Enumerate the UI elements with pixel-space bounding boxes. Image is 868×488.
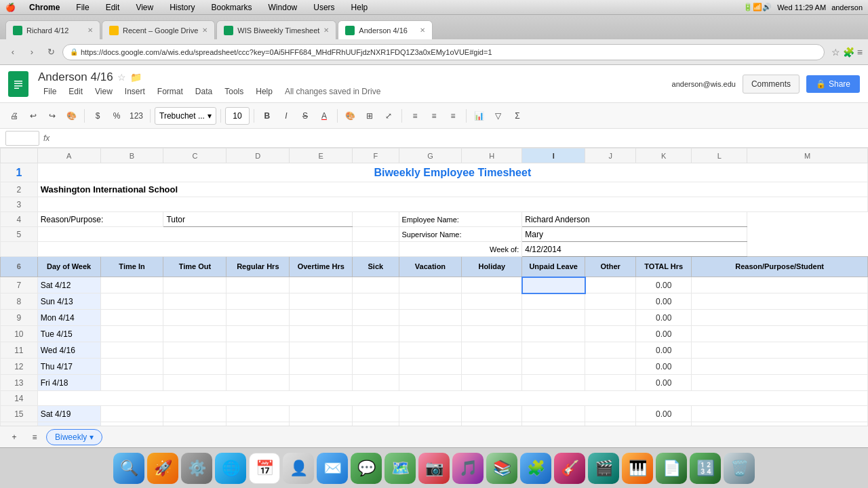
day-fri-418[interactable]: Fri 4/18 (37, 375, 100, 391)
col-header-B[interactable]: B (100, 148, 163, 163)
col-header-G[interactable]: G (399, 148, 462, 163)
dock-contacts[interactable]: 👤 (283, 453, 314, 484)
reason-15[interactable] (692, 406, 868, 422)
tab-drive[interactable]: Recent – Google Drive ✕ (102, 20, 215, 39)
dock-calendar[interactable]: 📅 (249, 453, 280, 484)
align-left-button[interactable]: ≡ (406, 107, 424, 125)
cell-C9[interactable] (163, 310, 226, 326)
cell-I8[interactable] (522, 293, 585, 310)
redo-button[interactable]: ↪ (43, 107, 61, 125)
align-justify-button[interactable]: ≡ (444, 107, 462, 125)
dock-safari[interactable]: 🌐 (215, 453, 246, 484)
italic-button[interactable]: I (277, 107, 295, 125)
cell-J15[interactable] (585, 406, 636, 422)
day-tue-415[interactable]: Tue 4/15 (37, 326, 100, 342)
col-header-C[interactable]: C (163, 148, 226, 163)
url-bar[interactable]: 🔒 https://docs.google.com/a/wis.edu/spre… (62, 44, 825, 60)
menu-insert-sheets[interactable]: Insert (119, 85, 151, 98)
cell-B11[interactable] (100, 342, 163, 359)
cell-E9[interactable] (290, 310, 353, 326)
col-header-I[interactable]: I (522, 148, 585, 163)
cell-C7[interactable] (163, 277, 226, 293)
total-12[interactable]: 0.00 (636, 359, 692, 375)
cell-H10[interactable] (462, 326, 522, 342)
week-value[interactable]: 4/12/2014 (522, 242, 747, 257)
cell-B7[interactable] (100, 277, 163, 293)
menu-data-sheets[interactable]: Data (190, 85, 218, 98)
menu-view-sheets[interactable]: View (90, 85, 118, 98)
back-button[interactable]: ‹ (5, 45, 20, 60)
cell-E13[interactable] (290, 375, 353, 391)
menu-window[interactable]: Window (266, 3, 300, 12)
reason-13[interactable] (692, 375, 868, 391)
menu-tools-sheets[interactable]: Tools (219, 85, 249, 98)
star-icon[interactable]: ☆ (831, 47, 840, 58)
dock-maps[interactable]: 🗺️ (384, 453, 416, 484)
cell-G11[interactable] (399, 342, 462, 359)
col-header-F[interactable]: F (353, 148, 399, 163)
cell-D8[interactable] (226, 293, 290, 310)
menu-file-sheets[interactable]: File (38, 85, 62, 98)
paint-format-button[interactable]: 🎨 (62, 107, 80, 125)
cell-B10[interactable] (100, 326, 163, 342)
comments-button[interactable]: Comments (743, 75, 800, 94)
cell-E15[interactable] (290, 406, 353, 422)
col-header-A[interactable]: A (37, 148, 100, 163)
cell-reference-input[interactable] (5, 131, 39, 146)
total-7[interactable]: 0.00 (636, 277, 692, 293)
cell-D9[interactable] (226, 310, 290, 326)
reason-11[interactable] (692, 342, 868, 359)
cell-J7[interactable] (585, 277, 636, 293)
cell-H15[interactable] (462, 406, 522, 422)
cell-H11[interactable] (462, 342, 522, 359)
cell-G15[interactable] (399, 406, 462, 422)
dock-itunes[interactable]: 🎵 (452, 453, 484, 484)
tab-anderson[interactable]: Anderson 4/16 ✕ (338, 20, 433, 39)
org-name[interactable]: Washington International School (37, 182, 867, 197)
col-header-J[interactable]: J (585, 148, 636, 163)
tab-wis[interactable]: WIS Biweekly Timesheet ✕ (216, 20, 336, 39)
cell-J10[interactable] (585, 326, 636, 342)
tab-richard[interactable]: Richard 4/12 ✕ (5, 20, 100, 39)
cell-J9[interactable] (585, 310, 636, 326)
cell-C8[interactable] (163, 293, 226, 310)
undo-button[interactable]: ↩ (24, 107, 42, 125)
day-sat-419[interactable]: Sat 4/19 (37, 406, 100, 422)
total-11[interactable]: 0.00 (636, 342, 692, 359)
cell-H7[interactable] (462, 277, 522, 293)
menu-format-sheets[interactable]: Format (152, 85, 189, 98)
cell-F11[interactable] (353, 342, 399, 359)
reason-12[interactable] (692, 359, 868, 375)
cell-C11[interactable] (163, 342, 226, 359)
cell-B8[interactable] (100, 293, 163, 310)
cell-G8[interactable] (399, 293, 462, 310)
bold-button[interactable]: B (258, 107, 276, 125)
cell-E12[interactable] (290, 359, 353, 375)
share-button[interactable]: 🔒 Share (806, 75, 860, 93)
cell-I15[interactable] (522, 406, 585, 422)
col-header-D[interactable]: D (226, 148, 290, 163)
print-button[interactable]: 🖨 (5, 107, 23, 125)
day-sat-412[interactable]: Sat 4/12 (37, 277, 100, 293)
cell-H12[interactable] (462, 359, 522, 375)
menu-edit-sheets[interactable]: Edit (63, 85, 88, 98)
cell-J12[interactable] (585, 359, 636, 375)
day-sun-413[interactable]: Sun 4/13 (37, 293, 100, 310)
cell-G12[interactable] (399, 359, 462, 375)
cell-G9[interactable] (399, 310, 462, 326)
total-10[interactable]: 0.00 (636, 326, 692, 342)
cell-D10[interactable] (226, 326, 290, 342)
extensions-icon[interactable]: 🧩 (843, 47, 854, 58)
cell-C12[interactable] (163, 359, 226, 375)
dock-system-prefs[interactable]: ⚙️ (181, 453, 212, 484)
menu-icon[interactable]: ≡ (857, 47, 863, 58)
dock-keynote[interactable]: 🎹 (622, 453, 653, 484)
menu-help-sheets[interactable]: Help (250, 85, 278, 98)
supervisor-value[interactable]: Mary (522, 227, 747, 242)
reason-8[interactable] (692, 293, 868, 310)
reason-7[interactable] (692, 277, 868, 293)
menu-file[interactable]: File (73, 3, 92, 12)
spreadsheet-title[interactable]: Biweekly Employee Timesheet (37, 163, 867, 182)
menu-history[interactable]: History (167, 3, 197, 12)
col-header-M[interactable]: M (747, 148, 868, 163)
